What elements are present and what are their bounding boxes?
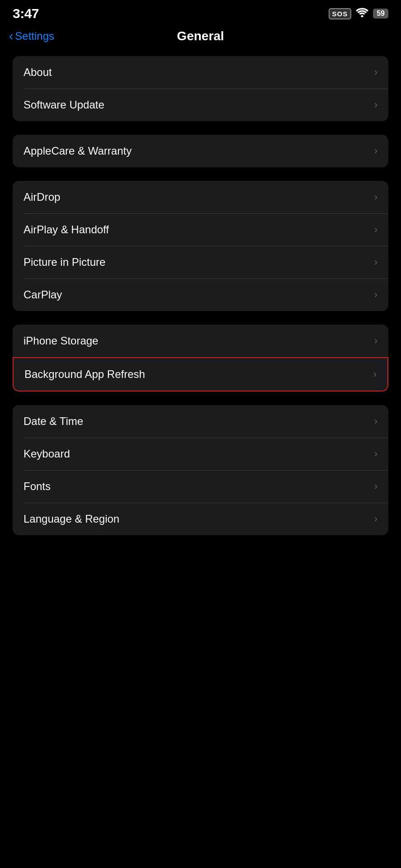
row-right-airdrop: › — [374, 191, 377, 203]
row-label-about: About — [24, 66, 52, 79]
row-label-airplay-handoff: AirPlay & Handoff — [24, 223, 109, 236]
battery-indicator: 59 — [373, 9, 388, 19]
settings-row-carplay[interactable]: CarPlay › — [13, 278, 388, 311]
chevron-right-icon: › — [374, 191, 377, 203]
battery-level: 59 — [377, 9, 385, 18]
chevron-right-icon: › — [374, 335, 377, 347]
chevron-right-icon: › — [374, 448, 377, 460]
chevron-right-icon: › — [374, 513, 377, 525]
row-right-iphone-storage: › — [374, 335, 377, 347]
settings-group-1: About › Software Update › — [13, 56, 388, 121]
settings-row-language-region[interactable]: Language & Region › — [13, 503, 388, 535]
status-icons: SOS 59 — [329, 7, 388, 20]
settings-group-4: iPhone Storage › Background App Refresh … — [13, 325, 388, 392]
settings-row-airplay-handoff[interactable]: AirPlay & Handoff › — [13, 213, 388, 246]
settings-row-about[interactable]: About › — [13, 56, 388, 89]
chevron-right-icon: › — [374, 289, 377, 301]
settings-row-iphone-storage[interactable]: iPhone Storage › — [13, 325, 388, 357]
row-right-date-time: › — [374, 415, 377, 427]
back-chevron-icon: ‹ — [9, 29, 13, 43]
settings-row-date-time[interactable]: Date & Time › — [13, 405, 388, 438]
settings-row-picture-in-picture[interactable]: Picture in Picture › — [13, 246, 388, 278]
back-button[interactable]: ‹ Settings — [9, 29, 54, 43]
settings-content: About › Software Update › AppleCare & Wa… — [0, 52, 401, 553]
row-label-background-app-refresh: Background App Refresh — [24, 368, 145, 381]
nav-bar: ‹ Settings General — [0, 24, 401, 52]
row-right-software-update: › — [374, 99, 377, 111]
svg-point-0 — [361, 15, 363, 18]
row-right-language-region: › — [374, 513, 377, 525]
status-bar: 3:47 SOS 59 — [0, 0, 401, 24]
settings-group-3: AirDrop › AirPlay & Handoff › Picture in… — [13, 181, 388, 311]
row-label-airdrop: AirDrop — [24, 191, 60, 203]
settings-row-background-app-refresh[interactable]: Background App Refresh › — [13, 357, 388, 392]
row-right-picture-in-picture: › — [374, 256, 377, 268]
settings-row-software-update[interactable]: Software Update › — [13, 89, 388, 121]
chevron-right-icon: › — [374, 66, 377, 78]
chevron-right-icon: › — [374, 145, 377, 157]
settings-row-applecare[interactable]: AppleCare & Warranty › — [13, 135, 388, 167]
status-time: 3:47 — [13, 6, 39, 21]
row-label-carplay: CarPlay — [24, 288, 62, 301]
settings-row-airdrop[interactable]: AirDrop › — [13, 181, 388, 213]
chevron-right-icon: › — [374, 256, 377, 268]
chevron-right-icon: › — [374, 481, 377, 492]
row-right-applecare: › — [374, 145, 377, 157]
chevron-right-icon: › — [374, 415, 377, 427]
row-label-fonts: Fonts — [24, 480, 51, 493]
row-right-background-app-refresh: › — [373, 368, 377, 380]
settings-row-fonts[interactable]: Fonts › — [13, 470, 388, 503]
settings-group-2: AppleCare & Warranty › — [13, 135, 388, 167]
page-title: General — [177, 29, 224, 43]
row-label-keyboard: Keyboard — [24, 448, 70, 460]
row-label-applecare: AppleCare & Warranty — [24, 145, 132, 157]
chevron-right-icon: › — [374, 224, 377, 236]
row-right-keyboard: › — [374, 448, 377, 460]
row-right-fonts: › — [374, 481, 377, 492]
row-label-software-update: Software Update — [24, 99, 104, 111]
row-label-date-time: Date & Time — [24, 415, 83, 428]
back-button-label: Settings — [15, 30, 54, 42]
row-right-carplay: › — [374, 289, 377, 301]
row-right-about: › — [374, 66, 377, 78]
row-label-picture-in-picture: Picture in Picture — [24, 256, 105, 269]
settings-group-5: Date & Time › Keyboard › Fonts › Languag… — [13, 405, 388, 535]
chevron-right-icon: › — [374, 99, 377, 111]
wifi-icon — [356, 7, 368, 20]
row-label-language-region: Language & Region — [24, 513, 119, 525]
row-label-iphone-storage: iPhone Storage — [24, 335, 98, 347]
row-right-airplay-handoff: › — [374, 224, 377, 236]
chevron-right-icon: › — [373, 368, 377, 380]
settings-row-keyboard[interactable]: Keyboard › — [13, 438, 388, 470]
sos-indicator: SOS — [329, 8, 352, 19]
